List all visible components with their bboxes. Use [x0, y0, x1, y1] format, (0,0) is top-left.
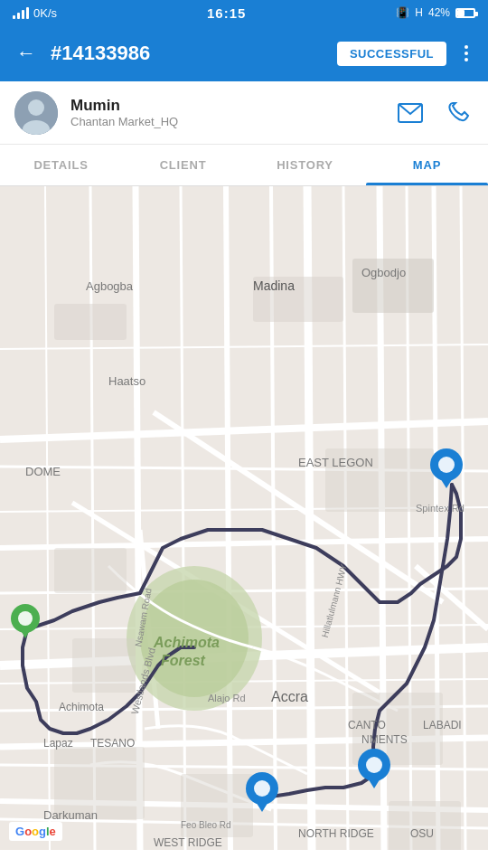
- svg-text:Lapaz: Lapaz: [43, 737, 73, 750]
- map-svg: Agbogba Madina Ogbodjo Haatso DOME EAST …: [0, 186, 488, 850]
- order-number: #14133986: [51, 42, 326, 65]
- profile-subtitle: Chantan Market_HQ: [70, 115, 383, 128]
- svg-text:EAST LEGON: EAST LEGON: [298, 456, 373, 469]
- svg-text:Forest: Forest: [161, 653, 206, 668]
- svg-text:NMENTS: NMENTS: [361, 733, 408, 746]
- tabs: DETAILS CLIENT HISTORY MAP: [0, 145, 488, 186]
- svg-text:Madina: Madina: [253, 278, 295, 293]
- svg-text:Agbogba: Agbogba: [86, 279, 134, 293]
- svg-point-75: [18, 611, 33, 626]
- svg-rect-47: [389, 801, 461, 850]
- svg-point-78: [438, 457, 455, 473]
- tab-details[interactable]: DETAILS: [0, 145, 122, 185]
- svg-point-1: [28, 99, 44, 116]
- svg-text:Accra: Accra: [271, 689, 308, 704]
- profile-name: Mumin: [70, 97, 383, 115]
- more-dot-2: [465, 52, 468, 55]
- google-logo: Google: [9, 822, 62, 841]
- more-menu-button[interactable]: [457, 42, 475, 65]
- svg-text:CANTO: CANTO: [348, 719, 386, 731]
- svg-point-81: [254, 780, 270, 797]
- battery-fill: [457, 10, 465, 16]
- signal-icon: [13, 6, 29, 19]
- svg-rect-43: [54, 548, 127, 593]
- tab-client[interactable]: CLIENT: [122, 145, 244, 185]
- tab-history[interactable]: HISTORY: [244, 145, 366, 185]
- phone-button[interactable]: [445, 99, 474, 127]
- svg-text:Darkuman: Darkuman: [43, 808, 98, 822]
- email-button[interactable]: [396, 99, 425, 127]
- status-left: 0K/s: [13, 6, 57, 20]
- svg-text:Alajo Rd: Alajo Rd: [208, 693, 246, 703]
- svg-text:TESANO: TESANO: [90, 737, 135, 750]
- network-type: H: [415, 6, 423, 19]
- svg-text:Achimota: Achimota: [153, 635, 220, 650]
- battery-percent: 42%: [428, 6, 450, 19]
- svg-text:NORTH RIDGE: NORTH RIDGE: [298, 827, 374, 840]
- status-bar: 0K/s 16:15 📳 H 42%: [0, 0, 488, 25]
- status-time: 16:15: [207, 5, 246, 21]
- svg-text:WEST RIDGE: WEST RIDGE: [154, 836, 222, 849]
- svg-point-84: [366, 757, 382, 773]
- svg-text:Spintex Rd: Spintex Rd: [416, 503, 465, 514]
- svg-text:DOME: DOME: [25, 465, 61, 478]
- profile-row: Mumin Chantan Market_HQ: [0, 81, 488, 145]
- map-container[interactable]: Agbogba Madina Ogbodjo Haatso DOME EAST …: [0, 186, 488, 850]
- svg-text:Feo Bleo Rd: Feo Bleo Rd: [181, 820, 231, 830]
- status-right: 📳 H 42%: [396, 6, 475, 19]
- avatar: [14, 91, 58, 135]
- svg-text:Ogbodjo: Ogbodjo: [361, 266, 406, 279]
- header: ← #14133986 SUCCESSFUL: [0, 25, 488, 81]
- profile-info: Mumin Chantan Market_HQ: [70, 97, 383, 128]
- svg-text:OSU: OSU: [410, 827, 434, 840]
- status-badge: SUCCESSFUL: [337, 42, 446, 66]
- network-speed: 0K/s: [33, 6, 57, 20]
- tab-map[interactable]: MAP: [366, 145, 488, 185]
- more-dot-3: [465, 58, 468, 61]
- svg-rect-39: [54, 304, 127, 340]
- svg-rect-44: [72, 638, 136, 693]
- svg-text:LABADI: LABADI: [423, 719, 462, 731]
- avatar-image: [14, 91, 58, 135]
- back-button[interactable]: ←: [13, 38, 40, 69]
- more-dot-1: [465, 45, 468, 49]
- contact-icons: [396, 99, 474, 127]
- svg-text:Haatso: Haatso: [108, 374, 145, 388]
- svg-text:Achimota: Achimota: [59, 701, 104, 713]
- battery-icon: [455, 8, 475, 18]
- vibrate-icon: 📳: [396, 6, 409, 19]
